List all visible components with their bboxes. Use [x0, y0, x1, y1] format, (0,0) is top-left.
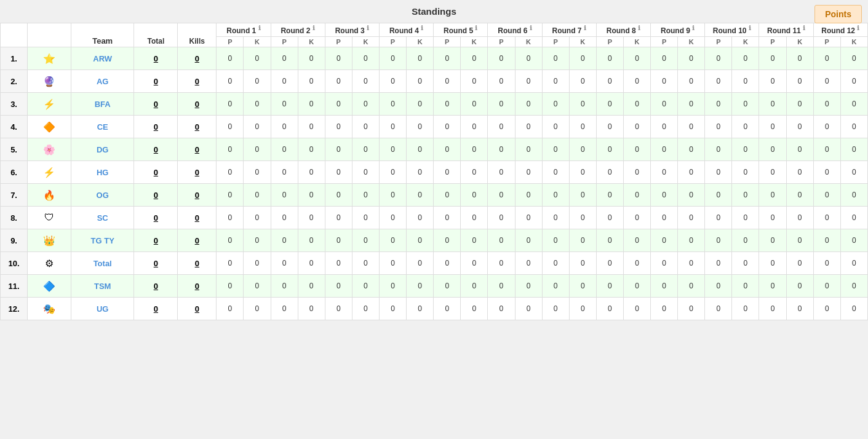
- team-total-cell: 0: [134, 70, 178, 93]
- kills-header: Kills: [178, 23, 217, 47]
- round-6-points-cell: 0: [488, 207, 515, 229]
- team-name-cell[interactable]: HG: [71, 161, 134, 184]
- team-logo-icon: ⭐: [39, 49, 59, 68]
- round-1-kills-cell: 0: [244, 93, 271, 116]
- round-3-points-cell: 0: [325, 161, 352, 184]
- team-name-cell[interactable]: UG: [71, 298, 134, 320]
- round-3-points-cell: 0: [325, 184, 352, 207]
- round-10-points-cell: 0: [705, 138, 732, 161]
- team-total-cell: 0: [134, 298, 178, 320]
- team-name-cell[interactable]: SC: [71, 207, 134, 229]
- round-1-points-cell: 0: [217, 161, 244, 184]
- round-8-points-cell: 0: [596, 298, 623, 320]
- round-5-kills-cell: 0: [461, 93, 488, 116]
- points-button[interactable]: Points: [814, 5, 862, 23]
- round-4-kills-cell: 0: [407, 93, 434, 116]
- round-9-kills-cell: 0: [678, 229, 705, 252]
- round-4-kills-cell: 0: [407, 252, 434, 275]
- round-5-points-cell: 0: [434, 298, 461, 320]
- round-7-points-cell: 0: [542, 298, 569, 320]
- round-2-points-cell: 0: [271, 229, 298, 252]
- round-1-kills-cell: 0: [244, 70, 271, 93]
- team-kills-cell: 0: [178, 93, 217, 116]
- r6-k: K: [515, 37, 542, 47]
- team-logo-icon: 🔥: [39, 185, 59, 205]
- round-3-kills-cell: 0: [352, 275, 379, 298]
- rank-cell: 10.: [1, 252, 28, 275]
- rank-cell: 5.: [1, 138, 28, 161]
- round-5-points-cell: 0: [434, 229, 461, 252]
- round3-header: Round 3 ℹ: [325, 23, 379, 37]
- round-7-points-cell: 0: [542, 184, 569, 207]
- round-2-kills-cell: 0: [298, 298, 325, 320]
- round-11-kills-cell: 0: [786, 47, 813, 70]
- round-2-kills-cell: 0: [298, 184, 325, 207]
- table-row: 12.🎭UG00000000000000000000000000: [1, 298, 868, 320]
- round-3-kills-cell: 0: [352, 93, 379, 116]
- team-name-cell[interactable]: Total: [71, 252, 134, 275]
- team-name-cell[interactable]: CE: [71, 116, 134, 138]
- round-4-kills-cell: 0: [407, 70, 434, 93]
- round-4-points-cell: 0: [379, 207, 406, 229]
- round-11-kills-cell: 0: [786, 70, 813, 93]
- round-5-points-cell: 0: [434, 207, 461, 229]
- team-total-cell: 0: [134, 116, 178, 138]
- team-name-cell[interactable]: BFA: [71, 93, 134, 116]
- round-6-points-cell: 0: [488, 275, 515, 298]
- round-3-points-cell: 0: [325, 275, 352, 298]
- table-row: 1.⭐ARW00000000000000000000000000: [1, 47, 868, 70]
- team-logo-cell: 👑: [28, 229, 71, 252]
- round-4-points-cell: 0: [379, 252, 406, 275]
- round-2-points-cell: 0: [271, 275, 298, 298]
- r1-p: P: [217, 37, 244, 47]
- team-name-cell[interactable]: AG: [71, 70, 134, 93]
- team-logo-cell: 🔶: [28, 116, 71, 138]
- round-12-points-cell: 0: [813, 161, 840, 184]
- r7-p: P: [542, 37, 569, 47]
- team-name-cell[interactable]: OG: [71, 184, 134, 207]
- team-name-cell[interactable]: DG: [71, 138, 134, 161]
- round5-header: Round 5 ℹ: [434, 23, 488, 37]
- round-9-kills-cell: 0: [678, 161, 705, 184]
- round-6-points-cell: 0: [488, 161, 515, 184]
- r4-p: P: [379, 37, 406, 47]
- team-kills-cell: 0: [178, 275, 217, 298]
- round-10-kills-cell: 0: [732, 116, 759, 138]
- round-11-kills-cell: 0: [786, 229, 813, 252]
- team-kills-cell: 0: [178, 161, 217, 184]
- round-9-kills-cell: 0: [678, 252, 705, 275]
- team-total-cell: 0: [134, 184, 178, 207]
- round-9-kills-cell: 0: [678, 207, 705, 229]
- rank-cell: 2.: [1, 70, 28, 93]
- round-12-kills-cell: 0: [840, 207, 867, 229]
- rank-header: [1, 23, 28, 47]
- round-6-kills-cell: 0: [515, 207, 542, 229]
- round-7-kills-cell: 0: [569, 184, 596, 207]
- round-11-kills-cell: 0: [786, 184, 813, 207]
- round-12-points-cell: 0: [813, 207, 840, 229]
- round-5-points-cell: 0: [434, 161, 461, 184]
- team-name-cell[interactable]: TG TY: [71, 229, 134, 252]
- round-6-kills-cell: 0: [515, 252, 542, 275]
- round-8-kills-cell: 0: [623, 252, 650, 275]
- rank-cell: 3.: [1, 93, 28, 116]
- round-10-kills-cell: 0: [732, 252, 759, 275]
- team-name-cell[interactable]: ARW: [71, 47, 134, 70]
- round-6-points-cell: 0: [488, 70, 515, 93]
- round-3-kills-cell: 0: [352, 298, 379, 320]
- round-8-points-cell: 0: [596, 116, 623, 138]
- round-11-points-cell: 0: [759, 275, 786, 298]
- round-5-points-cell: 0: [434, 252, 461, 275]
- team-kills-cell: 0: [178, 184, 217, 207]
- round-8-kills-cell: 0: [623, 161, 650, 184]
- team-logo-cell: 🛡: [28, 207, 71, 229]
- r7-k: K: [569, 37, 596, 47]
- round-2-points-cell: 0: [271, 207, 298, 229]
- round-4-kills-cell: 0: [407, 161, 434, 184]
- round-12-points-cell: 0: [813, 70, 840, 93]
- team-name-cell[interactable]: TSM: [71, 275, 134, 298]
- table-row: 2.🔮AG00000000000000000000000000: [1, 70, 868, 93]
- r8-p: P: [596, 37, 623, 47]
- round-2-kills-cell: 0: [298, 47, 325, 70]
- round-5-kills-cell: 0: [461, 207, 488, 229]
